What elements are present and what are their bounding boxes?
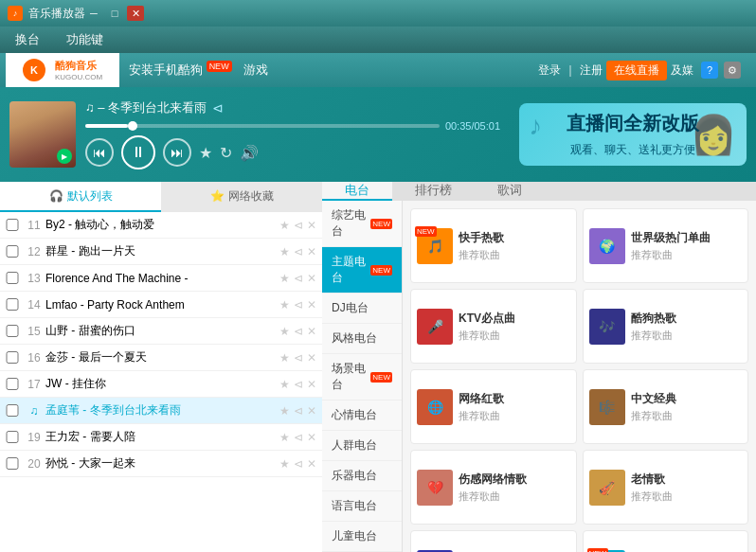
login-link[interactable]: 登录 (538, 62, 561, 79)
radio-card[interactable]: 🎻 老情歌 推荐歌曲 (583, 450, 749, 525)
radio-card-image: 🌐 (417, 389, 453, 425)
next-button[interactable]: ⏭ (163, 138, 191, 167)
tab-charts[interactable]: 排行榜 (392, 182, 475, 201)
song-row[interactable]: 12 群星 - 跑出一片天 ★ ⊲ ✕ (0, 239, 322, 265)
song-remove-icon[interactable]: ✕ (307, 431, 316, 444)
media-link[interactable]: 及媒 (671, 62, 693, 79)
song-star-icon[interactable]: ★ (279, 298, 290, 312)
song-remove-icon[interactable]: ✕ (307, 404, 316, 418)
close-button[interactable]: ✕ (127, 6, 144, 21)
song-row[interactable]: 11 By2 - 触动心，触动爱 ★ ⊲ ✕ (0, 212, 322, 239)
radio-nav-item[interactable]: 主题电台NEW (322, 247, 402, 294)
song-share-icon[interactable]: ⊲ (294, 272, 303, 285)
tab-network-favorites[interactable]: ⭐ 网络收藏 (161, 182, 322, 212)
song-share-icon[interactable]: ⊲ (294, 245, 303, 258)
song-checkbox[interactable] (6, 245, 19, 258)
song-star-icon[interactable]: ★ (279, 431, 290, 444)
song-remove-icon[interactable]: ✕ (307, 219, 316, 232)
song-remove-icon[interactable]: ✕ (307, 245, 316, 258)
nav-games[interactable]: 游戏 (243, 62, 268, 79)
radio-card[interactable]: 🌍 世界级热门单曲 推荐歌曲 (583, 208, 749, 283)
song-row[interactable]: ♫ 孟庭苇 - 冬季到台北来看雨 ★ ⊲ ✕ (0, 398, 322, 424)
radio-nav-item[interactable]: 乐器电台 (322, 461, 402, 491)
song-checkbox[interactable] (6, 272, 19, 284)
radio-card[interactable]: 🌐 网络红歌 推荐歌曲 (410, 369, 577, 444)
song-share-icon[interactable]: ⊲ (294, 325, 303, 338)
radio-nav-item[interactable]: 语言电台 (322, 491, 402, 522)
song-share-icon[interactable]: ⊲ (294, 404, 303, 418)
radio-card[interactable]: ✨ 神曲 推荐歌曲 (410, 530, 577, 552)
song-share-icon[interactable]: ⊲ (294, 378, 303, 391)
song-row[interactable]: 17 JW - 挂住你 ★ ⊲ ✕ (0, 371, 322, 398)
song-share-icon[interactable]: ⊲ (294, 219, 303, 232)
song-star-icon[interactable]: ★ (279, 245, 290, 258)
song-star-icon[interactable]: ★ (279, 351, 290, 365)
radio-nav-item[interactable]: 儿童电台 (322, 522, 402, 552)
settings-button[interactable]: ⚙ (724, 62, 741, 79)
song-row[interactable]: 13 Florence And The Machine - ★ ⊲ ✕ (0, 265, 322, 292)
song-star-icon[interactable]: ★ (279, 457, 290, 471)
song-star-icon[interactable]: ★ (279, 219, 290, 232)
song-star-icon[interactable]: ★ (279, 325, 290, 338)
song-checkbox[interactable] (6, 351, 19, 364)
song-checkbox[interactable] (6, 378, 19, 390)
minimize-button[interactable]: ─ (85, 6, 102, 21)
prev-button[interactable]: ⏮ (85, 138, 114, 167)
radio-card-subtitle: 推荐歌曲 (631, 409, 743, 423)
menu-item-switch[interactable]: 换台 (9, 29, 45, 50)
song-row[interactable]: 15 山野 - 甜蜜的伤口 ★ ⊲ ✕ (0, 318, 322, 345)
song-remove-icon[interactable]: ✕ (307, 378, 316, 391)
song-remove-icon[interactable]: ✕ (307, 272, 316, 285)
song-share-icon[interactable]: ⊲ (294, 457, 303, 471)
song-checkbox[interactable] (6, 404, 19, 417)
song-checkbox[interactable] (6, 431, 19, 443)
tab-default-list[interactable]: 🎧 默认列表 (0, 182, 161, 212)
favorite-icon[interactable]: ★ (199, 144, 212, 162)
song-remove-icon[interactable]: ✕ (307, 457, 316, 471)
radio-card[interactable]: 💔 伤感网络情歌 推荐歌曲 (410, 450, 577, 525)
radio-nav-item[interactable]: 风格电台 (322, 324, 402, 354)
radio-card[interactable]: NEW 🎵 快手热歌 推荐歌曲 (410, 208, 577, 283)
radio-nav-item[interactable]: 心情电台 (322, 401, 402, 431)
maximize-button[interactable]: □ (106, 6, 123, 21)
song-checkbox[interactable] (6, 219, 19, 231)
song-row[interactable]: 16 金莎 - 最后一个夏天 ★ ⊲ ✕ (0, 345, 322, 371)
song-row[interactable]: 19 王力宏 - 需要人陪 ★ ⊲ ✕ (0, 424, 322, 451)
radio-card[interactable]: NEW 🆕 酷狗新歌 推荐歌曲 (583, 530, 749, 552)
radio-card[interactable]: 🎶 酷狗热歌 推荐歌曲 (583, 289, 749, 364)
song-star-icon[interactable]: ★ (279, 404, 290, 418)
song-remove-icon[interactable]: ✕ (307, 351, 316, 365)
progress-bar[interactable] (85, 124, 440, 128)
song-checkbox[interactable] (6, 325, 19, 337)
song-star-icon[interactable]: ★ (279, 378, 290, 391)
volume-icon[interactable]: 🔊 (240, 144, 259, 162)
song-star-icon[interactable]: ★ (279, 272, 290, 285)
online-radio-button[interactable]: 在线直播 (606, 61, 667, 80)
banner-section[interactable]: ♪ 👩 直播间全新改版 观看、聊天、送礼更方便 (519, 103, 747, 166)
song-checkbox[interactable] (6, 298, 19, 311)
radio-nav-item[interactable]: 综艺电台NEW (322, 201, 402, 247)
loop-icon[interactable]: ↻ (220, 144, 232, 162)
radio-card[interactable]: 🎼 中文经典 推荐歌曲 (583, 369, 749, 444)
menu-item-hotkeys[interactable]: 功能键 (61, 29, 109, 50)
radio-nav-item[interactable]: 人群电台 (322, 431, 402, 461)
song-row[interactable]: 14 Lmfao - Party Rock Anthem ★ ⊲ ✕ (0, 292, 322, 318)
help-button[interactable]: ? (701, 62, 718, 79)
song-share-icon[interactable]: ⊲ (294, 298, 303, 312)
nav-install-app[interactable]: 安装手机酷狗 NEW (129, 62, 232, 79)
song-remove-icon[interactable]: ✕ (307, 325, 316, 338)
song-remove-icon[interactable]: ✕ (307, 298, 316, 312)
radio-nav-item[interactable]: 场景电台NEW (322, 354, 402, 401)
radio-nav-item[interactable]: DJ电台 (322, 294, 402, 324)
song-share-icon[interactable]: ⊲ (294, 431, 303, 444)
radio-grid: NEW 🎵 快手热歌 推荐歌曲 🌍 世界级热门单曲 推荐歌曲 🎤 KTV必点曲 … (403, 201, 756, 552)
tab-lyrics[interactable]: 歌词 (475, 182, 545, 201)
tab-radio[interactable]: 电台 (322, 182, 392, 201)
song-row[interactable]: 20 孙悦 - 大家一起来 ★ ⊲ ✕ (0, 451, 322, 477)
play-pause-button[interactable]: ⏸ (121, 135, 155, 169)
radio-card[interactable]: 🎤 KTV必点曲 推荐歌曲 (410, 289, 577, 364)
register-link[interactable]: 注册 (580, 62, 603, 79)
song-checkbox[interactable] (6, 457, 19, 470)
song-share-icon[interactable]: ⊲ (294, 351, 303, 365)
share-icon[interactable]: ⊲ (212, 100, 224, 116)
